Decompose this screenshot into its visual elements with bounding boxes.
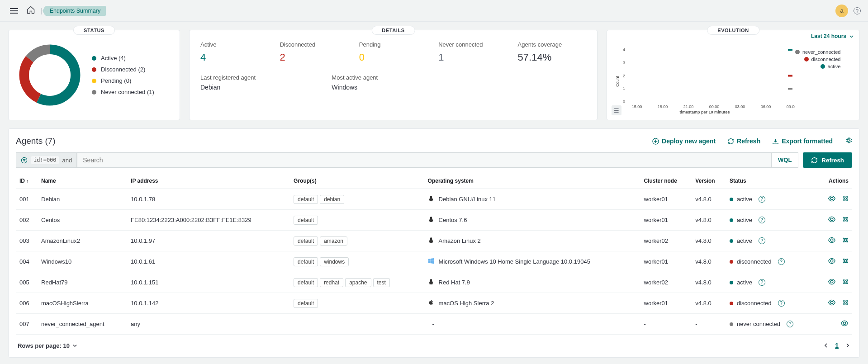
evolution-legend-item[interactable]: disconnected: [795, 57, 840, 62]
prev-page[interactable]: [823, 343, 829, 348]
cell-id: 004: [16, 251, 38, 272]
col-group-s-[interactable]: Group(s): [290, 173, 424, 189]
status-dot: [730, 281, 733, 284]
group-tag[interactable]: default: [294, 278, 318, 287]
group-tag[interactable]: default: [294, 195, 318, 204]
home-icon[interactable]: [26, 5, 35, 16]
config-icon[interactable]: [840, 298, 849, 308]
status-legend-item[interactable]: Never connected (1): [92, 89, 154, 95]
cell-ip: 10.0.1.61: [127, 251, 290, 272]
status-legend-item[interactable]: Active (4): [92, 55, 154, 61]
config-icon[interactable]: [840, 194, 849, 204]
menu-toggle[interactable]: [7, 4, 21, 18]
config-icon[interactable]: [840, 215, 849, 225]
export-button[interactable]: Export formatted: [772, 137, 833, 145]
os-icon: [428, 279, 434, 286]
group-tag[interactable]: amazon: [320, 236, 347, 246]
deploy-agent-button[interactable]: Deploy new agent: [652, 137, 716, 145]
status-help-icon[interactable]: ?: [778, 300, 785, 307]
table-row[interactable]: 002CentosFE80:1234:2223:A000:2202:B3FF:F…: [16, 210, 852, 231]
col-name[interactable]: Name: [38, 173, 127, 189]
table-row[interactable]: 004Windows1010.0.1.61defaultwindowsMicro…: [16, 251, 852, 272]
view-icon[interactable]: [840, 319, 849, 329]
col-actions[interactable]: Actions: [816, 173, 852, 189]
status-help-icon[interactable]: ?: [759, 279, 765, 286]
col-cluster-node[interactable]: Cluster node: [640, 173, 692, 189]
evolution-list-toggle[interactable]: ☰: [612, 105, 621, 115]
col-ip-address[interactable]: IP address: [127, 173, 290, 189]
view-icon[interactable]: [828, 194, 836, 204]
status-help-icon[interactable]: ?: [778, 258, 785, 265]
cell-os: Centos 7.6: [424, 210, 640, 231]
group-tag[interactable]: test: [373, 278, 390, 287]
status-legend-item[interactable]: Disconnected (2): [92, 66, 154, 73]
group-tag[interactable]: redhat: [320, 278, 343, 287]
col-version[interactable]: Version: [692, 173, 726, 189]
current-page[interactable]: 1: [835, 342, 839, 349]
cell-status: active?: [726, 231, 816, 251]
evolution-range[interactable]: Last 24 hours: [811, 33, 854, 39]
group-tag[interactable]: default: [294, 216, 318, 225]
cell-groups: defaultwindows: [290, 251, 424, 272]
refresh-link[interactable]: Refresh: [727, 137, 760, 145]
status-dot: [730, 218, 733, 222]
cell-version: v4.8.0: [692, 231, 726, 251]
table-row[interactable]: 003AmazonLinux210.0.1.97defaultamazonAma…: [16, 231, 852, 251]
legend-label: Pending (0): [101, 77, 131, 84]
status-dot: [730, 260, 733, 264]
config-icon[interactable]: [840, 257, 849, 266]
help-icon[interactable]: ?: [854, 7, 861, 14]
status-help-icon[interactable]: ?: [759, 217, 765, 223]
status-help-icon[interactable]: ?: [759, 237, 765, 244]
status-legend-item[interactable]: Pending (0): [92, 77, 154, 84]
status-help-icon[interactable]: ?: [787, 321, 793, 327]
group-tag[interactable]: default: [294, 257, 318, 266]
refresh-icon: [811, 157, 818, 164]
group-tag[interactable]: windows: [320, 257, 349, 266]
col-status[interactable]: Status: [726, 173, 816, 189]
next-page[interactable]: [845, 343, 850, 348]
table-row[interactable]: 006macOSHighSierra10.0.1.142defaultmacOS…: [16, 293, 852, 314]
view-icon[interactable]: [828, 215, 836, 225]
group-tag[interactable]: debian: [320, 195, 344, 204]
table-row[interactable]: 005RedHat7910.0.1.151defaultredhatapache…: [16, 272, 852, 293]
wql-button[interactable]: WQL: [771, 152, 798, 168]
table-row[interactable]: 001Debian10.0.1.78defaultdebianDebian GN…: [16, 189, 852, 210]
evolution-legend-item[interactable]: active: [795, 64, 840, 69]
config-icon[interactable]: [840, 236, 849, 246]
breadcrumb[interactable]: Endpoints Summary: [45, 6, 106, 16]
detail-value: 2: [280, 52, 348, 63]
group-tag[interactable]: default: [294, 299, 318, 308]
cell-status: never connected?: [726, 314, 816, 335]
refresh-icon: [727, 138, 734, 145]
agents-panel: Agents (7) Deploy new agent Refresh Expo…: [8, 128, 860, 358]
refresh-button[interactable]: Refresh: [803, 152, 852, 168]
search-input[interactable]: [77, 152, 771, 168]
view-icon[interactable]: [828, 257, 836, 266]
svg-rect-19: [788, 88, 792, 90]
cell-id: 007: [16, 314, 38, 335]
cell-actions: [816, 231, 852, 251]
view-icon[interactable]: [828, 298, 836, 308]
avatar[interactable]: a: [835, 5, 848, 17]
last-registered-value[interactable]: Debian: [200, 84, 323, 91]
svg-rect-17: [788, 49, 792, 51]
col-id[interactable]: ID ↑: [16, 173, 38, 189]
group-tag[interactable]: default: [294, 236, 318, 246]
gear-icon[interactable]: [844, 137, 852, 146]
cell-actions: [816, 314, 852, 335]
most-active-value[interactable]: Windows: [332, 84, 455, 91]
rows-per-page[interactable]: Rows per page: 10: [18, 342, 77, 349]
evolution-legend-item[interactable]: never_connected: [795, 49, 840, 55]
view-icon[interactable]: [828, 236, 836, 246]
view-icon[interactable]: [828, 278, 836, 287]
group-tag[interactable]: apache: [345, 278, 371, 287]
cell-version: v4.8.0: [692, 293, 726, 314]
filter-chip[interactable]: id!=000 and: [16, 152, 77, 168]
config-icon[interactable]: [840, 278, 849, 287]
status-help-icon[interactable]: ?: [759, 196, 765, 203]
col-operating-system[interactable]: Operating system: [424, 173, 640, 189]
table-row[interactable]: 007never_connected_agentany---never conn…: [16, 314, 852, 335]
legend-label: Disconnected (2): [101, 66, 145, 73]
detail-label: Active: [200, 41, 269, 48]
